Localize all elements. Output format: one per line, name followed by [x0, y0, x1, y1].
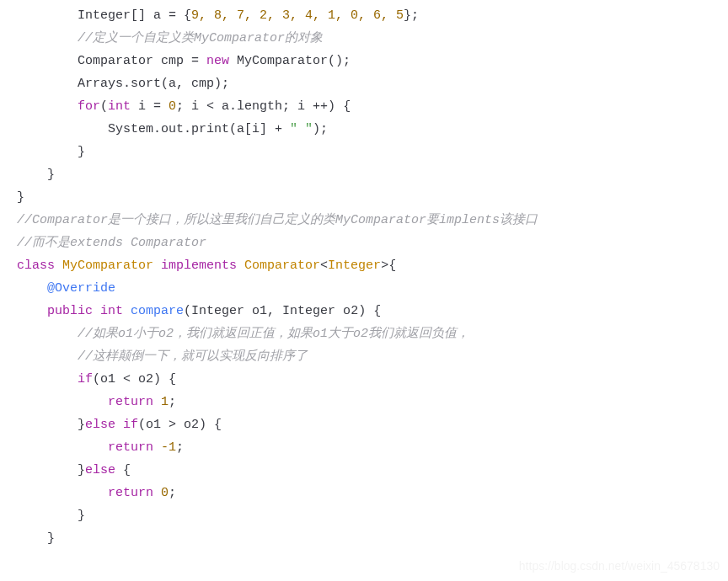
code-text: Comparator cmp =: [78, 54, 206, 68]
keyword: return: [108, 395, 153, 409]
code-line: Comparator cmp = new MyComparator();: [17, 50, 711, 72]
number-literal: -1: [161, 440, 176, 455]
code-text: }: [47, 531, 55, 546]
code-text: }: [17, 190, 24, 205]
code-line: //如果o1小于o2，我们就返回正值，如果o1大于o2我们就返回负值，: [17, 322, 711, 345]
code-line: return 1;: [17, 391, 711, 413]
number-literal: 0: [169, 99, 176, 114]
code-text: }: [78, 145, 85, 159]
class-name: MyComparator: [55, 259, 161, 273]
code-line: }: [17, 163, 711, 186]
code-text: [153, 395, 161, 409]
number-literal: 1: [161, 395, 169, 409]
code-text: <: [320, 259, 328, 273]
code-line: @Override: [17, 277, 711, 300]
keyword: return: [108, 486, 153, 500]
code-line: return -1;: [17, 436, 711, 459]
code-text: MyComparator();: [229, 54, 351, 68]
keyword: int: [100, 304, 123, 318]
code-line: System.out.print(a[i] + " ");: [17, 118, 711, 141]
method-name: compare: [131, 304, 184, 318]
code-line: return 0;: [17, 482, 711, 504]
code-line: //定义一个自定义类MyComparator的对象: [17, 27, 711, 50]
code-line: //而不是extends Comparator: [17, 232, 711, 254]
code-text: [93, 304, 100, 318]
code-text: (Integer o1, Integer o2) {: [184, 304, 381, 318]
code-line: }: [17, 141, 711, 163]
code-line: class MyComparator implements Comparator…: [17, 254, 711, 277]
keyword: if: [78, 372, 93, 386]
code-text: [153, 440, 161, 455]
keyword: return: [108, 440, 153, 455]
keyword: public: [47, 304, 93, 318]
code-line: if(o1 < o2) {: [17, 368, 711, 391]
keyword: else: [85, 418, 115, 432]
comment: //这样颠倒一下，就可以实现反向排序了: [78, 349, 308, 364]
code-line: //Comparator是一个接口，所以这里我们自己定义的类MyComparat…: [17, 209, 711, 232]
code-text: );: [313, 122, 328, 136]
code-text: (o1 > o2) {: [138, 418, 222, 432]
code-line: for(int i = 0; i < a.length; i ++) {: [17, 95, 711, 118]
code-text: >{: [381, 259, 396, 273]
keyword: else: [85, 463, 115, 477]
code-line: }else {: [17, 459, 711, 482]
keyword: implements: [161, 259, 237, 273]
number-literal: 0: [161, 486, 169, 500]
code-text: ; i < a.length; i ++) {: [176, 99, 351, 114]
code-text: System.out.print(a[i] +: [108, 122, 290, 136]
code-text: (: [100, 99, 108, 114]
keyword: class: [17, 259, 55, 273]
code-line: Arrays.sort(a, cmp);: [17, 72, 711, 95]
code-text: [115, 418, 123, 432]
comment: //Comparator是一个接口，所以这里我们自己定义的类MyComparat…: [17, 213, 538, 227]
code-line: }: [17, 504, 711, 527]
keyword: for: [78, 99, 100, 114]
annotation: @Override: [47, 281, 115, 296]
code-text: [153, 486, 161, 500]
keyword: if: [123, 418, 138, 432]
code-text: }: [78, 418, 85, 432]
comment: //如果o1小于o2，我们就返回正值，如果o1大于o2我们就返回负值，: [78, 327, 469, 341]
code-line: }: [17, 527, 711, 550]
class-name: Comparator: [237, 259, 320, 273]
code-text: };: [404, 8, 419, 23]
code-text: ;: [169, 486, 176, 500]
code-text: }: [47, 168, 55, 182]
code-text: ;: [169, 395, 176, 409]
code-line: }else if(o1 > o2) {: [17, 413, 711, 436]
comment: //定义一个自定义类MyComparator的对象: [78, 31, 323, 45]
code-line: Integer[] a = {9, 8, 7, 2, 3, 4, 1, 0, 6…: [17, 4, 711, 27]
code-text: }: [78, 463, 85, 477]
code-text: Integer[] a = {: [78, 8, 191, 23]
code-text: ;: [176, 440, 184, 455]
code-text: [123, 304, 131, 318]
code-line: }: [17, 186, 711, 209]
string-literal: " ": [290, 122, 313, 136]
code-text: }: [78, 509, 85, 523]
code-text: i =: [131, 99, 169, 114]
code-line: //这样颠倒一下，就可以实现反向排序了: [17, 345, 711, 368]
code-block: Integer[] a = {9, 8, 7, 2, 3, 4, 1, 0, 6…: [17, 4, 711, 550]
code-text: Arrays.sort(a, cmp);: [78, 77, 229, 91]
keyword: int: [108, 99, 131, 114]
code-text: (o1 < o2) {: [93, 372, 176, 386]
comment: //而不是extends Comparator: [17, 236, 206, 250]
keyword: new: [206, 54, 229, 68]
code-text: {: [115, 463, 131, 477]
number-literal: 9, 8, 7, 2, 3, 4, 1, 0, 6, 5: [191, 8, 404, 23]
class-name: Integer: [328, 259, 381, 273]
code-line: public int compare(Integer o1, Integer o…: [17, 300, 711, 322]
